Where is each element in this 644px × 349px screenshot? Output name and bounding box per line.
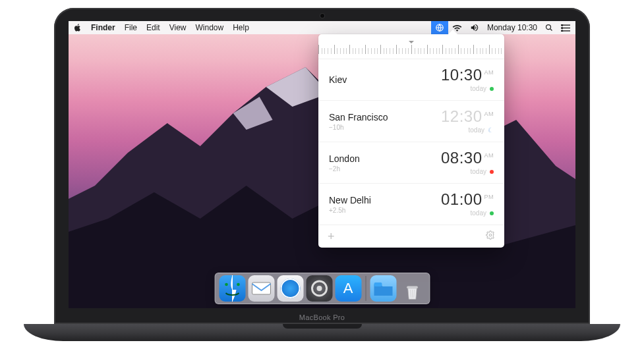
offset-label: −2h <box>329 165 360 173</box>
time-value: 08:30 <box>441 150 483 166</box>
day-label: today <box>469 126 484 134</box>
svg-rect-15 <box>374 282 382 286</box>
svg-point-9 <box>489 234 492 236</box>
day-label: today <box>471 85 486 92</box>
svg-rect-12 <box>252 282 270 294</box>
laptop-frame: Finder File Edit View Window Help <box>54 8 590 341</box>
svg-point-6 <box>562 24 563 26</box>
city-label: Kiev <box>329 74 347 85</box>
dock-item-finder[interactable] <box>219 275 245 302</box>
offset-label: −10h <box>329 124 388 131</box>
svg-point-1 <box>546 25 551 30</box>
time-value: 01:00 <box>441 192 483 207</box>
screen: Finder File Edit View Window Help <box>69 21 575 308</box>
dock-item-downloads[interactable] <box>370 275 396 302</box>
device-label: MacBook Pro <box>54 313 590 321</box>
spotlight-icon[interactable] <box>545 24 553 32</box>
dock-item-mail[interactable] <box>248 275 274 302</box>
ampm-label: AM <box>484 111 494 117</box>
clock-row[interactable]: Kiev10:30AMtoday <box>318 59 504 101</box>
clock-row[interactable]: San Francisco−10h12:30AMtoday☾ <box>318 101 504 142</box>
notification-center-icon[interactable] <box>561 24 570 32</box>
day-label: today <box>471 168 486 175</box>
dock-item-settings[interactable] <box>306 275 332 302</box>
svg-rect-16 <box>407 286 418 288</box>
day-label: today <box>471 209 486 217</box>
svg-point-8 <box>562 30 563 32</box>
menu-help[interactable]: Help <box>233 23 249 32</box>
city-label: London <box>329 153 360 164</box>
ampm-label: PM <box>484 194 494 200</box>
add-location-button[interactable]: + <box>328 230 335 242</box>
city-label: New Delhi <box>329 195 371 205</box>
svg-line-2 <box>550 29 552 31</box>
time-value: 10:30 <box>441 67 483 83</box>
dock-item-safari[interactable] <box>277 275 303 302</box>
dock-separator <box>365 276 366 301</box>
clock-row[interactable]: New Delhi+2.5h01:00PMtoday <box>318 184 504 225</box>
city-label: San Francisco <box>329 112 388 122</box>
menubar-app-name[interactable]: Finder <box>91 23 115 32</box>
svg-point-10 <box>225 283 228 286</box>
clock-row[interactable]: London−2h08:30AMtoday <box>318 142 504 184</box>
time-scrubber[interactable] <box>318 34 504 59</box>
dock-item-appstore[interactable]: A <box>335 275 361 302</box>
time-value: 12:30 <box>441 109 483 124</box>
ampm-label: AM <box>484 152 494 159</box>
laptop-base <box>24 324 620 341</box>
apple-menu[interactable] <box>74 24 82 32</box>
menu-view[interactable]: View <box>169 23 187 32</box>
offset-label: +2.5h <box>329 207 371 214</box>
world-clock-panel: Kiev10:30AMtodaySan Francisco−10h12:30AM… <box>318 34 504 248</box>
camera-dot <box>320 14 324 18</box>
status-dot <box>490 87 494 91</box>
menubar: Finder File Edit View Window Help <box>69 21 575 34</box>
svg-point-7 <box>562 27 563 28</box>
menu-file[interactable]: File <box>125 23 137 32</box>
dock-item-trash[interactable] <box>399 275 425 302</box>
status-dot <box>490 170 494 174</box>
ampm-label: AM <box>484 69 494 76</box>
screen-bezel: Finder File Edit View Window Help <box>54 8 590 324</box>
svg-point-11 <box>237 283 240 286</box>
laptop-notch <box>283 324 362 329</box>
menu-window[interactable]: Window <box>196 23 224 32</box>
volume-icon[interactable] <box>470 24 479 32</box>
dock: A <box>214 273 430 304</box>
settings-button[interactable] <box>486 230 495 242</box>
svg-point-14 <box>316 286 322 291</box>
moon-icon: ☾ <box>488 126 494 134</box>
world-clock-menubar-icon[interactable] <box>431 21 448 34</box>
menu-edit[interactable]: Edit <box>146 23 160 32</box>
status-dot <box>490 211 494 215</box>
menubar-clock[interactable]: Monday 10:30 <box>487 23 537 32</box>
